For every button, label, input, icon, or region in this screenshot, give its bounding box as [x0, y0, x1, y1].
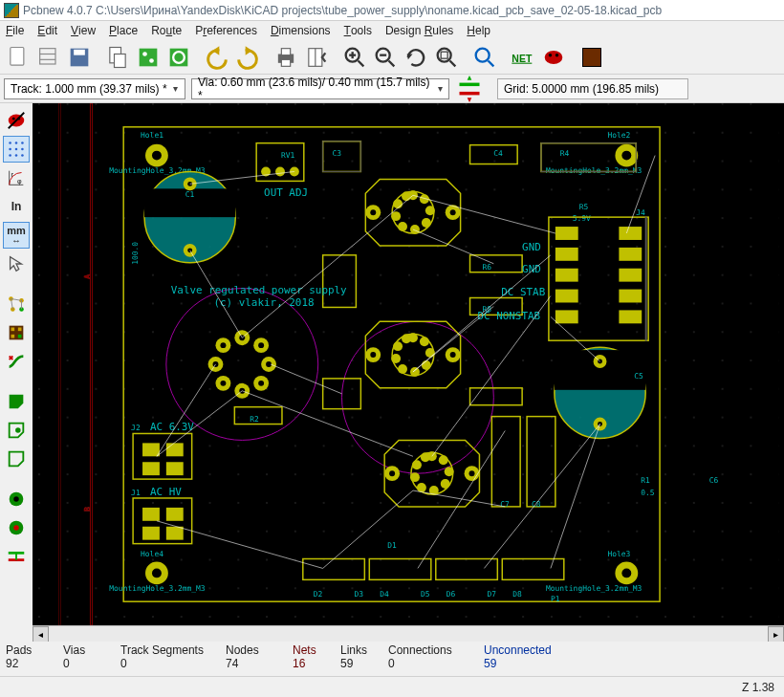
scroll-right-arrow[interactable]: ▸	[768, 626, 784, 643]
module-viewer-icon[interactable]	[164, 43, 193, 72]
save-icon[interactable]	[65, 43, 94, 72]
show-zones-icon[interactable]	[3, 388, 30, 415]
via-display-icon[interactable]	[3, 514, 30, 541]
cursor-shape-icon[interactable]	[3, 250, 30, 277]
track-width-select[interactable]: Track: 1.000 mm (39.37 mils) * ▾	[4, 78, 185, 99]
svg-text:D3: D3	[354, 590, 363, 599]
svg-point-45	[15, 142, 18, 144]
find-icon[interactable]	[470, 43, 499, 72]
svg-line-28	[450, 60, 456, 66]
zoom-level: Z 1.38	[742, 681, 774, 694]
svg-rect-246	[555, 310, 578, 323]
menu-file[interactable]: File	[6, 24, 24, 37]
inches-toggle[interactable]: In	[3, 193, 30, 220]
menu-edit[interactable]: Edit	[37, 24, 57, 37]
svg-rect-17	[281, 59, 290, 66]
svg-rect-247	[619, 310, 642, 323]
svg-text:Hole4: Hole4	[141, 550, 163, 558]
auto-track-width-icon[interactable]	[455, 75, 484, 103]
svg-point-126	[422, 218, 431, 228]
drc-off-icon[interactable]	[3, 107, 30, 134]
undo-icon[interactable]	[203, 43, 231, 72]
menu-place[interactable]: Place	[109, 24, 138, 37]
plot-icon[interactable]	[302, 43, 331, 72]
module-editor-icon[interactable]	[134, 43, 163, 72]
svg-point-171	[258, 381, 264, 386]
svg-point-130	[393, 199, 403, 208]
svg-point-128	[398, 222, 407, 231]
page-settings-icon[interactable]	[103, 43, 132, 72]
svg-point-153	[445, 467, 454, 476]
mm-toggle[interactable]: mm ↔	[3, 222, 30, 249]
svg-text:J1: J1	[131, 489, 141, 497]
svg-rect-16	[281, 48, 290, 54]
svg-text:J4: J4	[636, 208, 645, 217]
menu-help[interactable]: Help	[467, 24, 490, 37]
svg-text:NET: NET	[512, 52, 533, 63]
svg-text:D2: D2	[314, 590, 323, 599]
menu-route[interactable]: Route	[151, 24, 182, 37]
menu-tools[interactable]: Tools	[344, 24, 372, 37]
canvas-wrap: A B Hole1 Hole2 Hole3 Hole4 MountingHole…	[33, 103, 784, 642]
svg-text:C7: C7	[500, 500, 510, 509]
svg-point-41	[12, 118, 15, 120]
board-wizard-icon[interactable]	[34, 43, 63, 72]
svg-text:D7: D7	[487, 590, 496, 599]
svg-text:D8: D8	[512, 590, 522, 599]
scroll-track[interactable]	[49, 626, 768, 643]
zoom-out-icon[interactable]	[371, 43, 400, 72]
svg-point-125	[425, 206, 435, 215]
print-icon[interactable]	[272, 43, 300, 72]
svg-text:R1: R1	[641, 476, 650, 485]
polar-coords-icon[interactable]: rφ	[3, 164, 30, 191]
show-ratsnest-icon[interactable]	[3, 291, 30, 317]
auto-delete-track-icon[interactable]	[3, 348, 30, 375]
svg-rect-65	[11, 328, 15, 332]
svg-point-139	[425, 348, 435, 358]
drc-icon[interactable]	[539, 43, 568, 72]
grid-size-select[interactable]: Grid: 5.0000 mm (196.85 mils)	[497, 78, 688, 99]
pcb-canvas[interactable]: A B Hole1 Hole2 Hole3 Hole4 MountingHole…	[33, 103, 784, 625]
menubar[interactable]: File Edit View Place Route Preferences D…	[0, 21, 784, 40]
svg-text:R2: R2	[250, 415, 259, 424]
content-row: rφ In mm ↔	[0, 103, 784, 642]
svg-point-71	[13, 496, 19, 502]
svg-point-34	[549, 53, 553, 56]
pad-display-icon[interactable]	[3, 486, 30, 512]
svg-point-152	[439, 455, 448, 465]
svg-text:MountingHole_3.2mm_M3: MountingHole_3.2mm_M3	[546, 584, 642, 593]
menu-rules[interactable]: Design Rules	[385, 24, 453, 37]
svg-point-129	[391, 211, 401, 221]
svg-text:Valve regulated power supply: Valve regulated power supply	[171, 284, 347, 296]
scroll-left-arrow[interactable]: ◂	[33, 626, 49, 643]
menu-view[interactable]: View	[71, 24, 96, 37]
show-zones-outline-icon[interactable]	[3, 417, 30, 444]
svg-text:C5: C5	[634, 372, 643, 381]
svg-text:AC HV: AC HV	[150, 486, 182, 498]
svg-line-20	[359, 60, 364, 66]
zoom-fit-icon[interactable]	[432, 43, 461, 72]
svg-point-156	[417, 483, 426, 492]
new-icon[interactable]	[4, 43, 33, 72]
svg-rect-224	[166, 443, 184, 456]
svg-rect-242	[555, 269, 578, 282]
zoom-redraw-icon[interactable]	[402, 43, 430, 72]
menu-prefs[interactable]: Preferences	[195, 24, 257, 37]
svg-rect-230	[166, 527, 184, 540]
show-grid-icon[interactable]	[3, 136, 30, 163]
svg-text:D5: D5	[421, 590, 430, 599]
svg-marker-13	[212, 46, 219, 54]
svg-text:C1: C1	[185, 190, 195, 199]
track-display-icon[interactable]	[3, 543, 30, 570]
svg-rect-238	[555, 227, 578, 240]
horizontal-scrollbar[interactable]: ◂ ▸	[33, 625, 784, 642]
zoom-in-icon[interactable]	[340, 43, 369, 72]
show-zones-disable-icon[interactable]	[3, 446, 30, 472]
redo-icon[interactable]	[233, 43, 262, 72]
netlist-icon[interactable]: NET	[509, 43, 537, 72]
show-module-ratsnest-icon[interactable]	[3, 319, 30, 346]
via-size-select[interactable]: Via: 0.60 mm (23.6 mils)/ 0.40 mm (15.7 …	[191, 78, 449, 99]
menu-dims[interactable]: Dimensions	[271, 24, 331, 37]
layer-color-icon[interactable]	[577, 43, 606, 72]
svg-rect-226	[166, 462, 184, 475]
